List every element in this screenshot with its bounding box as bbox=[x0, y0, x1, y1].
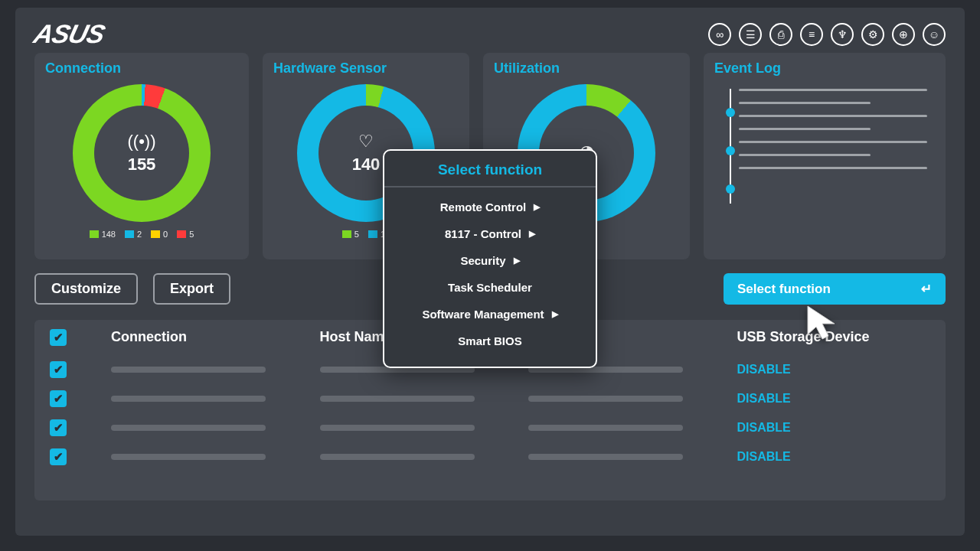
popup-item-security[interactable]: Security▶ bbox=[384, 247, 596, 274]
eventlog-timeline bbox=[730, 89, 731, 204]
popup-item-software-management[interactable]: Software Management▶ bbox=[384, 301, 596, 328]
table-row[interactable]: ✔ DISABLE bbox=[50, 390, 930, 407]
eventlog-title: Event Log bbox=[714, 60, 935, 77]
select-function-button[interactable]: Select function ↵ bbox=[724, 273, 946, 305]
popup-item-smart-bios[interactable]: Smart BIOS bbox=[384, 328, 596, 354]
row-checkbox[interactable]: ✔ bbox=[50, 419, 67, 436]
chevron-right-icon: ▶ bbox=[514, 256, 520, 266]
hardware-title: Hardware Sensor bbox=[273, 60, 459, 77]
header-icon-bar: ∞ ☰ ⎙ ≡ ♆ ⚙ ⊕ ☺ bbox=[708, 23, 946, 46]
globe-icon[interactable]: ⊕ bbox=[892, 23, 915, 46]
row-checkbox[interactable]: ✔ bbox=[50, 448, 67, 465]
chevron-right-icon: ▶ bbox=[529, 229, 535, 239]
popup-item-remote-control[interactable]: Remote Control▶ bbox=[384, 194, 596, 220]
connection-title: Connection bbox=[45, 60, 238, 77]
eventlog-card[interactable]: Event Log bbox=[704, 53, 946, 259]
heart-icon: ♡ bbox=[358, 132, 374, 152]
usb-status[interactable]: DISABLE bbox=[737, 392, 931, 406]
usb-status[interactable]: DISABLE bbox=[737, 363, 931, 377]
export-button[interactable]: Export bbox=[153, 273, 230, 305]
enter-icon: ↵ bbox=[921, 281, 932, 297]
popup-title: Select function bbox=[384, 161, 596, 187]
brand-logo: ASUS bbox=[31, 19, 107, 49]
link-icon[interactable]: ∞ bbox=[708, 23, 731, 46]
usb-status[interactable]: DISABLE bbox=[737, 421, 931, 435]
report-icon[interactable]: ☰ bbox=[739, 23, 762, 46]
popup-item-task-scheduler[interactable]: Task Scheduler bbox=[384, 274, 596, 301]
select-all-checkbox[interactable]: ✔ bbox=[50, 329, 67, 346]
server-icon[interactable]: ≡ bbox=[800, 23, 823, 46]
print-icon[interactable]: ⎙ bbox=[769, 23, 792, 46]
connection-card[interactable]: Connection ((•)) 155 148 2 0 5 bbox=[34, 53, 249, 259]
usb-status[interactable]: DISABLE bbox=[737, 450, 931, 464]
hardware-value: 140 bbox=[352, 155, 381, 174]
chevron-right-icon: ▶ bbox=[534, 202, 540, 212]
connection-donut: ((•)) 155 bbox=[73, 84, 211, 222]
row-checkbox[interactable]: ✔ bbox=[50, 361, 67, 378]
select-function-popup: Select function Remote Control▶ 8117 - C… bbox=[383, 149, 597, 368]
chevron-right-icon: ▶ bbox=[552, 309, 558, 319]
col-connection: Connection bbox=[111, 329, 305, 346]
eventlog-lines bbox=[739, 89, 935, 204]
broadcast-icon: ((•)) bbox=[127, 132, 155, 152]
table-row[interactable]: ✔ DISABLE bbox=[50, 448, 930, 465]
connection-legend: 148 2 0 5 bbox=[90, 230, 194, 239]
select-function-label: Select function bbox=[737, 282, 831, 297]
network-icon[interactable]: ♆ bbox=[831, 23, 854, 46]
customize-button[interactable]: Customize bbox=[34, 273, 138, 305]
user-icon[interactable]: ☺ bbox=[923, 23, 946, 46]
utilization-title: Utilization bbox=[494, 60, 679, 77]
row-checkbox[interactable]: ✔ bbox=[50, 390, 67, 407]
connection-value: 155 bbox=[128, 155, 156, 174]
table-row[interactable]: ✔ DISABLE bbox=[50, 419, 930, 436]
popup-item-8117-control[interactable]: 8117 - Control▶ bbox=[384, 220, 596, 247]
gear-icon[interactable]: ⚙ bbox=[861, 23, 884, 46]
